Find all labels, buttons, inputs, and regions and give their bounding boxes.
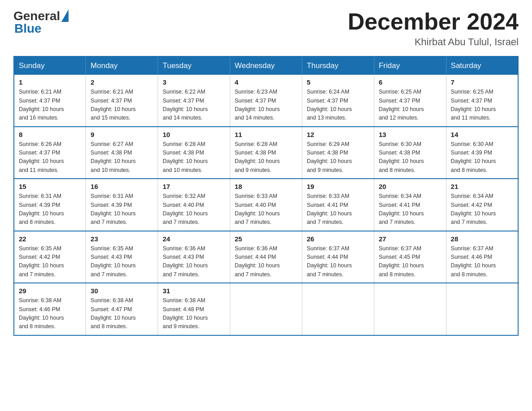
day-number: 15 bbox=[19, 183, 81, 190]
calendar-cell: 4 Sunrise: 6:23 AM Sunset: 4:37 PM Dayli… bbox=[230, 75, 302, 127]
calendar-cell: 23 Sunrise: 6:35 AM Sunset: 4:43 PM Dayl… bbox=[86, 231, 158, 283]
calendar-cell: 24 Sunrise: 6:36 AM Sunset: 4:43 PM Dayl… bbox=[158, 231, 230, 283]
day-info: Sunrise: 6:36 AM Sunset: 4:43 PM Dayligh… bbox=[163, 244, 225, 279]
day-number: 4 bbox=[235, 78, 297, 86]
day-info: Sunrise: 6:26 AM Sunset: 4:37 PM Dayligh… bbox=[19, 140, 81, 175]
calendar-header-thursday: Thursday bbox=[302, 56, 374, 75]
location-subtitle: Khirbat Abu Tulul, Israel bbox=[348, 36, 519, 48]
calendar-header-sunday: Sunday bbox=[14, 56, 86, 75]
logo-blue-text: Blue bbox=[14, 21, 42, 36]
month-title: December 2024 bbox=[348, 9, 519, 34]
calendar-cell: 8 Sunrise: 6:26 AM Sunset: 4:37 PM Dayli… bbox=[14, 127, 86, 179]
day-info: Sunrise: 6:27 AM Sunset: 4:38 PM Dayligh… bbox=[90, 140, 153, 175]
day-info: Sunrise: 6:31 AM Sunset: 4:39 PM Dayligh… bbox=[90, 192, 153, 227]
day-number: 30 bbox=[90, 287, 153, 295]
day-number: 17 bbox=[163, 183, 225, 190]
calendar-header-friday: Friday bbox=[374, 56, 446, 75]
calendar-cell bbox=[230, 283, 302, 335]
calendar-cell bbox=[446, 283, 518, 335]
day-info: Sunrise: 6:29 AM Sunset: 4:38 PM Dayligh… bbox=[307, 140, 369, 175]
day-number: 24 bbox=[163, 235, 225, 243]
day-info: Sunrise: 6:22 AM Sunset: 4:37 PM Dayligh… bbox=[163, 88, 225, 123]
day-info: Sunrise: 6:38 AM Sunset: 4:48 PM Dayligh… bbox=[163, 296, 225, 331]
calendar-week-row: 15 Sunrise: 6:31 AM Sunset: 4:39 PM Dayl… bbox=[14, 179, 518, 231]
day-info: Sunrise: 6:23 AM Sunset: 4:37 PM Dayligh… bbox=[235, 88, 297, 123]
calendar-cell: 14 Sunrise: 6:30 AM Sunset: 4:39 PM Dayl… bbox=[446, 127, 518, 179]
calendar-header-wednesday: Wednesday bbox=[230, 56, 302, 75]
logo: General Blue bbox=[13, 9, 69, 36]
calendar-cell: 17 Sunrise: 6:32 AM Sunset: 4:40 PM Dayl… bbox=[158, 179, 230, 231]
day-number: 19 bbox=[307, 183, 369, 190]
day-number: 10 bbox=[163, 131, 225, 138]
day-number: 13 bbox=[379, 131, 442, 138]
day-info: Sunrise: 6:30 AM Sunset: 4:39 PM Dayligh… bbox=[451, 140, 513, 175]
day-info: Sunrise: 6:37 AM Sunset: 4:44 PM Dayligh… bbox=[307, 244, 369, 279]
calendar-cell: 2 Sunrise: 6:21 AM Sunset: 4:37 PM Dayli… bbox=[86, 75, 158, 127]
calendar-cell: 11 Sunrise: 6:28 AM Sunset: 4:38 PM Dayl… bbox=[230, 127, 302, 179]
day-number: 3 bbox=[163, 78, 225, 86]
calendar-cell: 21 Sunrise: 6:34 AM Sunset: 4:42 PM Dayl… bbox=[446, 179, 518, 231]
day-info: Sunrise: 6:25 AM Sunset: 4:37 PM Dayligh… bbox=[451, 88, 513, 123]
calendar-table: SundayMondayTuesdayWednesdayThursdayFrid… bbox=[13, 56, 519, 336]
day-number: 12 bbox=[307, 131, 369, 138]
calendar-cell: 5 Sunrise: 6:24 AM Sunset: 4:37 PM Dayli… bbox=[302, 75, 374, 127]
day-number: 31 bbox=[163, 287, 225, 295]
day-number: 27 bbox=[379, 235, 442, 243]
calendar-cell: 31 Sunrise: 6:38 AM Sunset: 4:48 PM Dayl… bbox=[158, 283, 230, 335]
day-info: Sunrise: 6:28 AM Sunset: 4:38 PM Dayligh… bbox=[163, 140, 225, 175]
calendar-cell: 26 Sunrise: 6:37 AM Sunset: 4:44 PM Dayl… bbox=[302, 231, 374, 283]
day-number: 7 bbox=[451, 78, 513, 86]
calendar-cell: 15 Sunrise: 6:31 AM Sunset: 4:39 PM Dayl… bbox=[14, 179, 86, 231]
calendar-cell: 18 Sunrise: 6:33 AM Sunset: 4:40 PM Dayl… bbox=[230, 179, 302, 231]
day-number: 22 bbox=[19, 235, 81, 243]
calendar-header-monday: Monday bbox=[86, 56, 158, 75]
day-number: 29 bbox=[19, 287, 81, 295]
title-block: December 2024 Khirbat Abu Tulul, Israel bbox=[348, 9, 519, 48]
day-info: Sunrise: 6:37 AM Sunset: 4:45 PM Dayligh… bbox=[379, 244, 442, 279]
day-info: Sunrise: 6:38 AM Sunset: 4:46 PM Dayligh… bbox=[19, 296, 81, 331]
calendar-header-tuesday: Tuesday bbox=[158, 56, 230, 75]
calendar-cell: 1 Sunrise: 6:21 AM Sunset: 4:37 PM Dayli… bbox=[14, 75, 86, 127]
day-info: Sunrise: 6:35 AM Sunset: 4:43 PM Dayligh… bbox=[90, 244, 153, 279]
calendar-cell: 29 Sunrise: 6:38 AM Sunset: 4:46 PM Dayl… bbox=[14, 283, 86, 335]
calendar-cell: 30 Sunrise: 6:38 AM Sunset: 4:47 PM Dayl… bbox=[86, 283, 158, 335]
day-info: Sunrise: 6:35 AM Sunset: 4:42 PM Dayligh… bbox=[19, 244, 81, 279]
day-info: Sunrise: 6:34 AM Sunset: 4:41 PM Dayligh… bbox=[379, 192, 442, 227]
day-info: Sunrise: 6:32 AM Sunset: 4:40 PM Dayligh… bbox=[163, 192, 225, 227]
day-info: Sunrise: 6:33 AM Sunset: 4:40 PM Dayligh… bbox=[235, 192, 297, 227]
day-number: 25 bbox=[235, 235, 297, 243]
day-info: Sunrise: 6:37 AM Sunset: 4:46 PM Dayligh… bbox=[451, 244, 513, 279]
day-number: 28 bbox=[451, 235, 513, 243]
calendar-cell: 19 Sunrise: 6:33 AM Sunset: 4:41 PM Dayl… bbox=[302, 179, 374, 231]
day-info: Sunrise: 6:36 AM Sunset: 4:44 PM Dayligh… bbox=[235, 244, 297, 279]
calendar-cell: 3 Sunrise: 6:22 AM Sunset: 4:37 PM Dayli… bbox=[158, 75, 230, 127]
day-info: Sunrise: 6:34 AM Sunset: 4:42 PM Dayligh… bbox=[451, 192, 513, 227]
calendar-week-row: 29 Sunrise: 6:38 AM Sunset: 4:46 PM Dayl… bbox=[14, 283, 518, 335]
calendar-cell: 27 Sunrise: 6:37 AM Sunset: 4:45 PM Dayl… bbox=[374, 231, 446, 283]
calendar-cell: 7 Sunrise: 6:25 AM Sunset: 4:37 PM Dayli… bbox=[446, 75, 518, 127]
day-number: 26 bbox=[307, 235, 369, 243]
calendar-cell: 6 Sunrise: 6:25 AM Sunset: 4:37 PM Dayli… bbox=[374, 75, 446, 127]
calendar-week-row: 22 Sunrise: 6:35 AM Sunset: 4:42 PM Dayl… bbox=[14, 231, 518, 283]
day-number: 16 bbox=[90, 183, 153, 190]
calendar-cell: 12 Sunrise: 6:29 AM Sunset: 4:38 PM Dayl… bbox=[302, 127, 374, 179]
calendar-cell: 13 Sunrise: 6:30 AM Sunset: 4:38 PM Dayl… bbox=[374, 127, 446, 179]
page-header: General Blue December 2024 Khirbat Abu T… bbox=[13, 9, 519, 48]
day-number: 1 bbox=[19, 78, 81, 86]
day-info: Sunrise: 6:21 AM Sunset: 4:37 PM Dayligh… bbox=[90, 88, 153, 123]
day-number: 18 bbox=[235, 183, 297, 190]
calendar-cell: 9 Sunrise: 6:27 AM Sunset: 4:38 PM Dayli… bbox=[86, 127, 158, 179]
calendar-cell: 20 Sunrise: 6:34 AM Sunset: 4:41 PM Dayl… bbox=[374, 179, 446, 231]
calendar-cell: 16 Sunrise: 6:31 AM Sunset: 4:39 PM Dayl… bbox=[86, 179, 158, 231]
calendar-cell bbox=[302, 283, 374, 335]
day-number: 5 bbox=[307, 78, 369, 86]
day-info: Sunrise: 6:31 AM Sunset: 4:39 PM Dayligh… bbox=[19, 192, 81, 227]
day-number: 8 bbox=[19, 131, 81, 138]
calendar-cell bbox=[374, 283, 446, 335]
calendar-week-row: 8 Sunrise: 6:26 AM Sunset: 4:37 PM Dayli… bbox=[14, 127, 518, 179]
calendar-header-saturday: Saturday bbox=[446, 56, 518, 75]
day-info: Sunrise: 6:33 AM Sunset: 4:41 PM Dayligh… bbox=[307, 192, 369, 227]
day-info: Sunrise: 6:24 AM Sunset: 4:37 PM Dayligh… bbox=[307, 88, 369, 123]
day-info: Sunrise: 6:25 AM Sunset: 4:37 PM Dayligh… bbox=[379, 88, 442, 123]
day-number: 23 bbox=[90, 235, 153, 243]
